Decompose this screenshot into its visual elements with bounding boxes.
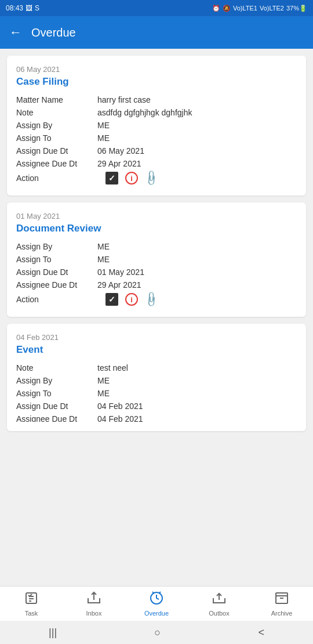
value-assign-to-2: ME [97,255,110,264]
row-assign-due-3: Assign Due Dt 04 Feb 2021 [16,400,297,413]
label-assign-due-2: Assign Due Dt [16,267,97,277]
status-alarm-icon: ⏰ [212,5,220,12]
value-assign-due-1: 06 May 2021 [97,146,144,155]
card-date-1: 06 May 2021 [16,65,297,74]
label-assignee-due-3: Assignee Due Dt [16,414,97,420]
nav-inbox[interactable]: Inbox [63,591,125,617]
paperclip-icon-1[interactable]: 📎 [142,169,160,187]
row-assign-by-1: Assign By ME [16,119,297,132]
row-assignee-due-3: Assignee Due Dt 04 Feb 2021 [16,413,297,422]
status-icon-skype: S [35,4,39,12]
status-signal2-icon: Vo)LTE2 [260,5,284,12]
value-assign-by-3: ME [97,376,110,385]
card-date-2: 01 May 2021 [16,212,297,220]
info-icon-1[interactable]: i [125,172,138,184]
nav-task-label: Task [25,610,38,617]
status-battery: 37%🔋 [286,5,307,12]
label-assignee-due-2: Assignee Due Dt [16,280,97,290]
app-title: Overdue [31,26,76,39]
value-assign-by-2: ME [97,242,110,251]
status-bar: 08:43 🖼 S ⏰ 🔕 Vo)LTE1 Vo)LTE2 37%🔋 [0,0,313,16]
label-assign-by-3: Assign By [16,376,97,385]
row-action-1: Action i 📎 [16,170,297,186]
main-content: 06 May 2021 Case Filing Matter Name harr… [0,49,313,586]
label-note-3: Note [16,363,97,372]
android-home-button[interactable]: ○ [154,627,161,639]
status-right: ⏰ 🔕 Vo)LTE1 Vo)LTE2 37%🔋 [212,5,307,12]
nav-inbox-label: Inbox [86,610,102,617]
value-assign-to-3: ME [97,389,110,398]
card-category-3: Event [16,344,297,356]
action-icons-2: i 📎 [105,293,158,306]
label-assignee-due-1: Assignee Due Dt [16,159,97,168]
bottom-nav: Task Inbox Overdue [0,586,313,621]
card-event: 04 Feb 2021 Event Note test neel Assign … [7,324,306,431]
inbox-icon [87,591,101,609]
status-signal-icon: Vo)LTE1 [233,5,257,12]
checkbox-icon-1[interactable] [105,172,118,184]
row-assign-to-2: Assign To ME [16,253,297,266]
label-action-2: Action [16,295,97,304]
card-category-2: Document Review [16,223,297,234]
status-icon-photo: 🖼 [26,4,32,12]
nav-archive[interactable]: Archive [250,591,313,617]
info-icon-2[interactable]: i [125,293,138,306]
status-time: 08:43 [6,4,23,12]
nav-overdue[interactable]: Overdue [125,591,188,617]
row-assign-due-2: Assign Due Dt 01 May 2021 [16,266,297,278]
value-assign-due-2: 01 May 2021 [97,267,144,277]
android-menu-button[interactable]: ||| [49,627,57,639]
value-note-1: asdfdg dgfghjhgk dghfgjhk [97,108,192,117]
value-assignee-due-1: 29 Apr 2021 [97,159,141,168]
action-icons-1: i 📎 [105,172,158,184]
app-bar: ← Overdue [0,16,313,49]
row-assign-due-1: Assign Due Dt 06 May 2021 [16,144,297,157]
card-document-review: 01 May 2021 Document Review Assign By ME… [7,202,306,317]
label-assign-to-3: Assign To [16,389,97,398]
label-assign-to-1: Assign To [16,133,97,143]
overdue-icon [150,591,163,609]
nav-overdue-label: Overdue [144,610,169,617]
label-assign-by-2: Assign By [16,242,97,251]
row-assignee-due-2: Assignee Due Dt 29 Apr 2021 [16,278,297,291]
value-note-3: test neel [97,363,128,372]
label-action-1: Action [16,173,97,183]
android-back-button[interactable]: < [258,627,264,639]
row-assign-to-3: Assign To ME [16,387,297,400]
task-icon [24,591,38,609]
label-note-1: Note [16,108,97,117]
row-assign-by-2: Assign By ME [16,240,297,253]
row-assign-by-3: Assign By ME [16,374,297,387]
label-assign-due-3: Assign Due Dt [16,401,97,411]
card-date-3: 04 Feb 2021 [16,333,297,342]
row-action-2: Action i 📎 [16,291,297,307]
nav-archive-label: Archive [271,610,293,617]
value-assign-by-1: ME [97,121,110,130]
value-assign-due-3: 04 Feb 2021 [97,401,143,411]
row-assignee-due-1: Assignee Due Dt 29 Apr 2021 [16,157,297,170]
row-note-1: Note asdfdg dgfghjhgk dghfgjhk [16,106,297,119]
value-assignee-due-3: 04 Feb 2021 [97,414,143,420]
checkbox-icon-2[interactable] [105,293,118,306]
label-assign-by-1: Assign By [16,121,97,130]
archive-icon [275,591,289,609]
card-case-filing: 06 May 2021 Case Filing Matter Name harr… [7,56,306,196]
row-assign-to-1: Assign To ME [16,132,297,144]
label-assign-due-1: Assign Due Dt [16,146,97,155]
svg-rect-7 [276,593,287,596]
paperclip-icon-2[interactable]: 📎 [142,290,160,308]
nav-task[interactable]: Task [0,591,63,617]
value-matter-name: harry first case [97,95,151,104]
value-assignee-due-2: 29 Apr 2021 [97,280,141,290]
card-category-1: Case Filing [16,76,297,88]
row-matter-name: Matter Name harry first case [16,93,297,106]
nav-outbox[interactable]: Outbox [188,591,250,617]
back-button[interactable]: ← [9,25,22,40]
status-mute-icon: 🔕 [223,5,231,12]
nav-outbox-label: Outbox [209,610,229,617]
android-nav-bar: ||| ○ < [0,621,313,644]
label-assign-to-2: Assign To [16,255,97,264]
outbox-icon [212,591,226,609]
value-assign-to-1: ME [97,133,110,143]
label-matter-name: Matter Name [16,95,97,104]
